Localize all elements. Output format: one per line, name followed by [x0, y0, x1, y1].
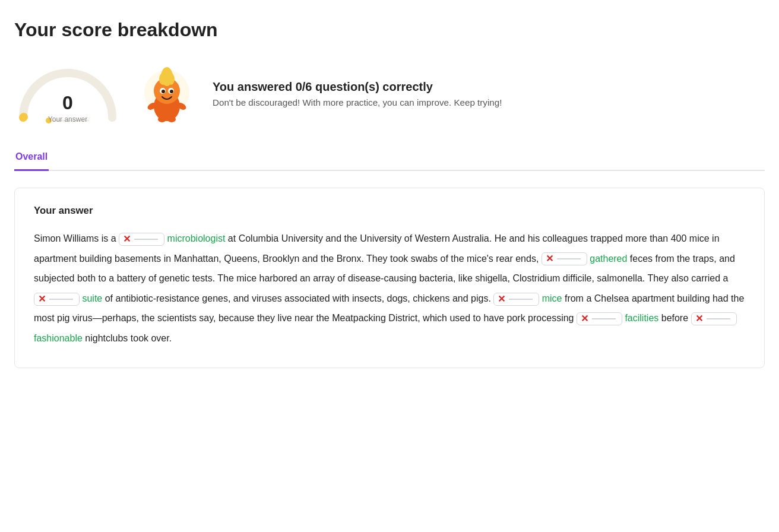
correct-word: suite — [82, 293, 102, 303]
blank-box: ✕ — [119, 233, 164, 246]
score-text-block: You answered 0/6 question(s) correctly D… — [213, 80, 502, 107]
answer-text: Simon Williams is a ✕ microbiologist at … — [34, 229, 745, 349]
blank-box: ✕ — [493, 293, 539, 306]
svg-point-10 — [162, 90, 165, 93]
correct-word: facilities — [625, 313, 658, 323]
svg-point-11 — [170, 90, 173, 93]
gauge-number: 0 — [62, 92, 73, 114]
blank-lines — [49, 299, 73, 300]
score-section: 0 Your answer — [14, 60, 765, 128]
svg-point-14 — [158, 116, 166, 122]
svg-point-15 — [167, 116, 176, 122]
answer-card-title: Your answer — [34, 205, 745, 217]
x-icon: ✕ — [546, 254, 553, 264]
x-icon: ✕ — [498, 294, 505, 304]
blank-lines — [707, 318, 730, 319]
correct-word: mice — [542, 293, 562, 303]
score-sub-text: Don't be discouraged! With more practice… — [213, 97, 502, 107]
blank-box: ✕ — [542, 252, 587, 265]
correct-word: fashionable — [34, 333, 83, 343]
tab-overall[interactable]: Overall — [14, 147, 49, 171]
blank-box: ✕ — [34, 293, 80, 306]
gauge-label: Your answer — [48, 115, 87, 124]
correct-word: microbiologist — [167, 233, 226, 243]
answer-card: Your answer Simon Williams is a ✕ microb… — [14, 188, 765, 368]
mascot — [140, 60, 194, 128]
blank-lines — [509, 299, 533, 300]
score-result-text: You answered 0/6 question(s) correctly — [213, 80, 502, 94]
blank-lines — [557, 258, 581, 259]
gauge-chart: 0 Your answer — [14, 64, 121, 124]
blank-box: ✕ — [577, 312, 622, 325]
x-icon: ✕ — [581, 314, 588, 324]
x-icon: ✕ — [123, 235, 131, 244]
blank-lines — [134, 239, 158, 240]
blank-lines — [592, 318, 616, 319]
x-icon: ✕ — [695, 314, 703, 324]
page-title: Your score breakdown — [14, 19, 765, 41]
svg-point-6 — [159, 73, 166, 85]
x-icon: ✕ — [38, 294, 46, 304]
svg-point-7 — [167, 73, 175, 85]
blank-box: ✕ — [691, 312, 737, 325]
correct-word: gathered — [590, 254, 627, 264]
tabs-bar: Overall — [14, 147, 765, 171]
